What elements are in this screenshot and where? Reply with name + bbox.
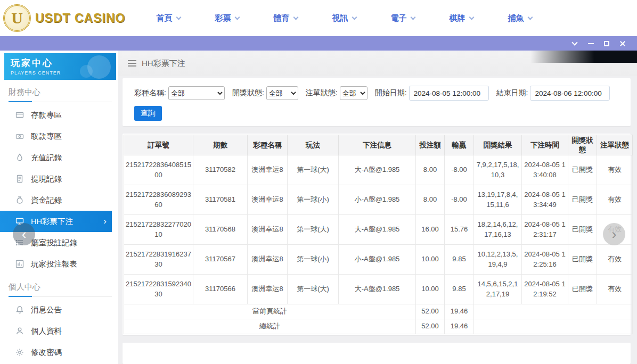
grand-summary-win-total: 19.46 [445,319,474,334]
sidebar-item-label: 廳室投註記錄 [31,238,77,248]
sidebar-item-withdrawal-record[interactable]: 提現記錄 [0,168,118,189]
grand-summary-bet-total: 52.00 [416,319,445,334]
table-row: 2152172283640851500 31170582 澳洲幸运8 第一球(大… [124,155,633,185]
cell-play: 第一球(小) [288,185,339,215]
collapse-button[interactable] [567,36,583,51]
nav-item-fishing[interactable]: 捕魚 [508,13,532,23]
cell-order-id: 2152172283608929360 [124,185,193,215]
section-heading-personal: 個人中心 [9,282,112,297]
cell-order-status: 有效 [597,275,633,304]
maximize-button[interactable] [599,36,615,51]
cell-bet-amount: 8.00 [416,185,445,215]
col-header-period: 期數 [193,135,248,155]
nav-label: 首頁 [156,13,172,23]
lottery-name-select[interactable]: 全部 [168,86,225,100]
players-center-title: 玩家中心 [11,57,110,69]
sidebar-item-profile[interactable]: 個人資料 [0,320,118,342]
bets-table-card: 訂單號 期數 彩種名稱 玩法 下注信息 投注額 輸贏 開獎結果 下注時間 開獎狀… [123,134,631,335]
player-bet-report-icon [15,260,24,268]
sidebar-item-announcements[interactable]: 消息公告 [0,299,118,320]
nav-item-slots[interactable]: 電子 [390,13,415,23]
cell-play: 第一球(大) [288,275,339,304]
draw-status-select[interactable]: 全部 [266,86,298,100]
chevron-down-icon [293,14,299,20]
chevron-down-icon [352,14,357,20]
cell-bet-amount: 10.00 [416,245,445,275]
cell-bet-time: 2024-08-05 12:25:16 [522,245,568,275]
nav-item-live[interactable]: 視訊 [332,13,356,23]
page-summary-empty [474,304,633,319]
col-header-bet-info: 下注信息 [339,135,416,155]
withdrawal-record-icon [15,175,24,183]
cell-period: 31170582 [193,155,248,185]
sidebar-item-funds-record[interactable]: 資金記錄 [0,189,118,211]
cell-period: 31170566 [193,275,248,304]
sidebar-item-label: 資金記錄 [31,195,62,205]
minimize-button[interactable] [583,36,599,51]
grand-summary-label: 總統計 [124,319,416,334]
chevron-down-icon [235,14,240,20]
nav-item-home[interactable]: 首頁 [156,13,181,23]
sidebar-item-deposit[interactable]: 存款專區 [0,104,118,126]
cell-bet-info: 小-A盤@1.985 [339,185,416,215]
close-icon [619,40,626,47]
usdt-casino-logo[interactable]: U USDT CASINO [3,4,125,32]
profile-icon [15,327,24,335]
section-heading-finance: 財務中心 [9,87,112,102]
cell-draw-status: 已開獎 [568,155,597,185]
sidebar-item-label: 充值記錄 [31,153,62,163]
table-header-row: 訂單號 期數 彩種名稱 玩法 下注信息 投注額 輸贏 開獎結果 下注時間 開獎狀… [124,135,633,155]
page-summary-label: 當前頁統計 [124,304,416,319]
window-controls [567,36,631,51]
col-header-bet-amount: 投注額 [416,135,445,155]
scroll-right-button[interactable]: › [603,223,625,245]
col-header-order-status: 注單狀態 [597,135,633,155]
order-status-select[interactable]: 全部 [340,86,368,100]
cell-bet-info: 大-A盤@1.985 [339,275,416,304]
sidebar-item-recharge-record[interactable]: 充值記錄 [0,147,118,168]
sidebar-item-label: 消息公告 [31,305,62,315]
nav-item-boardgames[interactable]: 棋牌 [449,13,473,23]
col-header-play: 玩法 [288,135,339,155]
sidebar-item-label: 修改密碼 [31,348,62,358]
cell-result: 13,19,17,8,4,15,11,6 [474,185,522,215]
nav-item-lottery[interactable]: 彩票 [215,13,239,23]
cell-play: 第一球(大) [288,215,339,245]
players-center-subtitle: PLAYERS CENTER [11,70,110,76]
search-button[interactable]: 查詢 [134,106,162,121]
funds-record-icon [15,196,24,204]
cell-bet-info: 大-A盤@1.985 [339,215,416,245]
cell-bet-time: 2024-08-05 12:19:52 [522,275,568,304]
grand-summary-row: 總統計 52.00 19.46 [124,319,633,334]
end-date-input[interactable] [530,86,610,101]
hamburger-menu-icon[interactable] [128,59,136,68]
col-header-win-loss: 輸贏 [445,135,474,155]
sidebar-item-player-bet-report[interactable]: 玩家投注報表 [0,253,118,275]
cell-order-id: 2152172283640851500 [124,155,193,185]
chevron-down-icon [469,14,475,20]
players-center-banner: 玩家中心 PLAYERS CENTER [4,53,116,80]
start-date-input[interactable] [409,86,489,101]
table-row: 2152172283191623730 31170567 澳洲幸运8 第一球(小… [124,245,633,275]
cell-result: 14,5,6,15,2,12,17,19 [474,275,522,304]
close-button[interactable] [615,36,631,51]
breadcrumb: HH彩票下注 [142,59,185,69]
cell-order-status: 有效 [597,245,633,275]
sidebar-item-label: 取款專區 [31,131,62,142]
cell-bet-amount: 16.00 [416,215,445,245]
cell-bet-info: 大-A盤@1.985 [339,155,416,185]
logo-text: USDT CASINO [35,11,125,26]
nav-item-sports[interactable]: 體育 [273,13,298,23]
nav-label: 捕魚 [508,13,524,23]
collapse-sidebar-button[interactable]: ‹ [13,223,35,245]
sidebar-item-withdraw[interactable]: 取款專區 [0,126,118,147]
nav-label: 視訊 [332,13,348,23]
cell-win-loss: 9.85 [445,275,474,304]
sidebar-item-change-password[interactable]: 修改密碼 [0,342,118,363]
chevron-down-icon [411,14,416,20]
col-header-order-id: 訂單號 [124,135,193,155]
grand-summary-empty [474,319,633,334]
sidebar-item-label: 存款專區 [31,110,62,120]
table-row: 2152172283227702010 31170568 澳洲幸运8 第一球(大… [124,215,633,245]
order-status-label: 注單狀態: [306,88,338,98]
